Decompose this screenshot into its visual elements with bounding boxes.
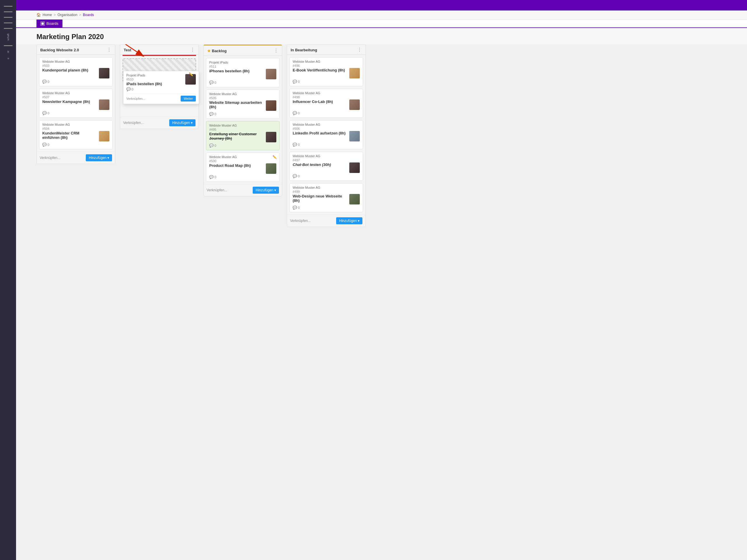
breadcrumb: 🏠 Home > Organisation > Boards (16, 10, 747, 20)
add-btn-1[interactable]: Hinzufügen (86, 154, 112, 161)
page-header: Marketing Plan 2020 (16, 28, 747, 44)
popup-title: iPads bestellen (8h) (126, 82, 162, 86)
card-503-company: Webiste Muster AG (42, 60, 109, 63)
card-505-id: #505 (209, 96, 276, 100)
sidebar-label-nt: nt (7, 51, 10, 53)
card-497-id: #497 (293, 158, 360, 162)
card-499-avatar (349, 194, 360, 205)
card-496-title: E-Book Veröffentlichung (8h) (293, 68, 360, 78)
comment-icon-497: 💬 (293, 174, 297, 178)
card-497[interactable]: Webiste Muster AG #497 Chat-Bot testen (… (289, 152, 363, 181)
card-498-avatar (349, 100, 360, 110)
card-507-avatar (99, 100, 109, 110)
card-504[interactable]: Webiste Muster AG #504 KundenMeister CRM… (39, 120, 113, 149)
card-503-id: #503 (42, 64, 109, 68)
column-footer-1: Verknüpfen... Hinzufügen (37, 152, 115, 164)
comment-icon-505: 💬 (209, 112, 213, 116)
card-507[interactable]: Webiste Muster AG #507 Newsletter Kampag… (39, 89, 113, 118)
add-btn-4[interactable]: Hinzufügen (336, 217, 362, 224)
card-496[interactable]: Webiste Muster AG #496 E-Book Veröffentl… (289, 57, 363, 86)
card-498-company: Webiste Muster AG (293, 91, 360, 95)
link-btn-2[interactable]: Verknüpfen... (123, 121, 144, 125)
popup-verknuepfen[interactable]: Verknüpfen... (126, 97, 145, 100)
test-progress-bar (123, 55, 196, 56)
breadcrumb-home[interactable]: Home (43, 13, 52, 17)
column-menu-btn-1[interactable]: ⋮ (107, 48, 111, 52)
card-504-id: #504 (42, 127, 109, 130)
column-menu-btn-4[interactable]: ⋮ (357, 48, 362, 52)
link-btn-3[interactable]: Verknüpfen... (207, 188, 227, 192)
comment-icon-3: 💬 (42, 143, 47, 147)
boards-tab[interactable]: Boards (36, 20, 62, 27)
comment-icon-498: 💬 (293, 111, 297, 115)
sidebar-toggle-3[interactable] (4, 17, 12, 18)
card-500[interactable]: ✏️ Webiste Muster AG #500 Product Road M… (206, 153, 280, 182)
sidebar-toggle-6[interactable] (4, 45, 12, 46)
breadcrumb-org[interactable]: Organisation (57, 13, 77, 17)
column-footer-3: Verknüpfen... Hinzufügen (204, 184, 282, 196)
column-backlog: ★ Backlog ⋮ Projekt iPads #511 iPhones b… (203, 44, 282, 196)
column-menu-btn-3[interactable]: ⋮ (274, 48, 278, 53)
card-500-comment: 💬 0 (209, 175, 276, 179)
column-title-test: Test (124, 48, 131, 52)
card-505-comment: 💬 0 (209, 112, 276, 116)
link-btn-4[interactable]: Verknüpfen... (290, 219, 311, 223)
card-505[interactable]: Webiste Muster AG #505 Website Sitemap a… (206, 89, 280, 119)
comment-icon-popup: 💬 (126, 87, 131, 91)
card-496-company: Webiste Muster AG (293, 60, 360, 63)
card-495-id: #495 (209, 128, 276, 131)
card-507-company: Webiste Muster AG (42, 91, 109, 95)
card-498[interactable]: Webiste Muster AG #498 Influencer Co-Lab… (289, 89, 363, 118)
star-icon: ★ (207, 49, 211, 53)
column-footer-4: Verknüpfen... Hinzufügen (287, 215, 365, 226)
card-495[interactable]: Webiste Muster AG #495 Erstellung einer … (206, 121, 280, 150)
card-496-comment: 💬 0 (293, 80, 360, 84)
card-497-avatar (349, 162, 360, 173)
sidebar-toggle-2[interactable] (4, 11, 12, 12)
link-btn-1[interactable]: Verknüpfen... (40, 156, 60, 160)
column-menu-btn-2[interactable]: ⋮ (190, 48, 195, 52)
page-title: Marketing Plan 2020 (36, 33, 727, 41)
column-title-backlog: ★ Backlog (207, 49, 227, 53)
card-511[interactable]: Projekt iPads #511 iPhones bestellen (8h… (206, 58, 280, 87)
tab-bar: Boards (16, 20, 747, 28)
comment-icon: 💬 (42, 80, 47, 84)
home-icon: 🏠 (36, 13, 41, 17)
card-506-comment: 💬 0 (293, 143, 360, 147)
card-499-comment: 💬 0 (293, 206, 360, 210)
popup-card[interactable]: Projekt iPads #510 iPads bestellen (8h) … (123, 71, 199, 104)
card-499[interactable]: Webiste Muster AG #499 Web-Design neue W… (289, 183, 363, 212)
sidebar-toggle-1[interactable] (4, 6, 12, 7)
add-btn-3[interactable]: Hinzufügen (253, 187, 279, 194)
card-499-company: Webiste Muster AG (293, 186, 360, 189)
popup-edit-icon[interactable]: ✏️ (189, 72, 193, 76)
card-506[interactable]: Webiste Muster AG #506 LinkedIn Profil a… (289, 120, 363, 149)
add-btn-2[interactable]: Hinzufügen (169, 119, 196, 126)
sidebar-toggle-5[interactable] (4, 28, 12, 29)
card-503[interactable]: Webiste Muster AG #503 Kundenportal plan… (39, 57, 113, 86)
card-500-edit-btn[interactable]: ✏️ (273, 155, 277, 159)
card-496-avatar (349, 68, 360, 78)
comment-icon-506: 💬 (293, 143, 297, 147)
card-507-comment: 💬 0 (42, 111, 109, 115)
comment-icon-500: 💬 (209, 175, 213, 179)
card-495-title: Erstellung einer Customer Journey (8h) (209, 132, 276, 142)
boards-tab-label: Boards (46, 21, 58, 26)
card-500-id: #500 (209, 159, 276, 163)
card-507-id: #507 (42, 96, 109, 99)
breadcrumb-sep-1: > (54, 13, 56, 17)
column-footer-2: Verknüpfen... Hinzufügen (120, 117, 199, 129)
card-504-title: KundenMeister CRM einführen (8h) (42, 131, 109, 141)
breadcrumb-current: Boards (83, 13, 94, 17)
popup-weiter-btn[interactable]: Weiter (181, 96, 196, 102)
sidebar-toggle-4[interactable] (4, 23, 12, 23)
card-504-comment: 💬 0 (42, 143, 109, 147)
card-498-id: #498 (293, 96, 360, 99)
top-bar (16, 0, 747, 10)
card-499-title: Web-Design neue Webseite (8h) (293, 194, 360, 205)
breadcrumb-sep-2: > (79, 13, 81, 17)
card-505-title: Website Sitemap ausarbeiten (8h) (209, 100, 276, 111)
column-header-test: Test ⋮ (120, 45, 199, 55)
comment-icon-495: 💬 (209, 143, 213, 148)
card-504-company: Webiste Muster AG (42, 123, 109, 126)
